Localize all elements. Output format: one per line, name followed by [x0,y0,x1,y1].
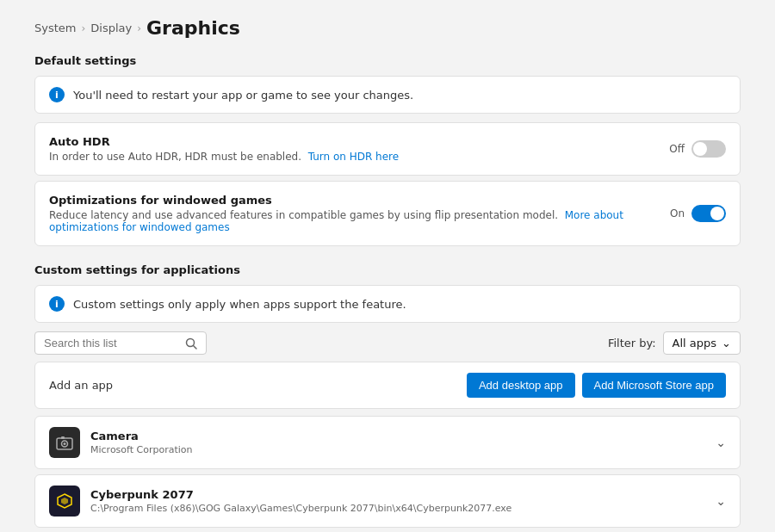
default-info-box: i You'll need to restart your app or gam… [34,76,741,114]
windowed-games-name: Optimizations for windowed games [49,194,670,207]
camera-app-publisher: Microsoft Corporation [90,444,193,455]
camera-app-info: Camera Microsoft Corporation [90,430,193,455]
cyberpunk-app-name: Cyberpunk 2077 [90,488,512,501]
app-left-cyberpunk: Cyberpunk 2077 C:\Program Files (x86)\GO… [49,486,512,517]
filter-row: Filter by: All apps ⌄ [608,331,741,355]
windowed-games-toggle[interactable] [691,205,726,222]
camera-expand-icon[interactable]: ⌄ [716,436,726,449]
page-title: Graphics [146,17,240,39]
hdr-link[interactable]: Turn on HDR here [308,151,399,163]
search-icon [185,337,197,350]
default-info-text: You'll need to restart your app or game … [73,89,413,102]
filter-select[interactable]: All apps ⌄ [663,331,741,355]
add-app-buttons: Add desktop app Add Microsoft Store app [467,373,726,398]
default-settings-title: Default settings [34,54,741,67]
auto-hdr-name: Auto HDR [49,135,399,148]
windowed-games-left: Optimizations for windowed games Reduce … [49,194,670,233]
auto-hdr-card: Auto HDR In order to use Auto HDR, HDR m… [34,122,741,176]
search-filter-row: Filter by: All apps ⌄ [34,331,741,355]
svg-line-1 [194,345,197,349]
search-input[interactable] [44,337,180,350]
custom-info-text: Custom settings only apply when apps sup… [73,298,406,311]
add-desktop-app-button[interactable]: Add desktop app [467,373,575,398]
add-app-label: Add an app [49,379,113,392]
add-app-row: Add an app Add desktop app Add Microsoft… [34,362,741,409]
info-icon: i [49,87,65,102]
cyberpunk-app-info: Cyberpunk 2077 C:\Program Files (x86)\GO… [90,488,512,514]
auto-hdr-toggle-wrap: Off [669,140,726,158]
breadcrumb-display[interactable]: Display [90,22,132,34]
app-row-cyberpunk: Cyberpunk 2077 C:\Program Files (x86)\GO… [34,474,741,528]
breadcrumb: System › Display › Graphics [34,17,741,39]
search-box[interactable] [34,331,207,355]
filter-label: Filter by: [608,337,656,350]
windowed-games-card: Optimizations for windowed games Reduce … [34,181,741,246]
auto-hdr-desc: In order to use Auto HDR, HDR must be en… [49,151,399,163]
filter-value: All apps [673,337,717,350]
svg-rect-4 [61,436,65,439]
breadcrumb-separator-2: › [137,22,141,34]
cyberpunk-app-icon [49,486,80,517]
custom-info-icon: i [49,296,65,312]
svg-marker-7 [61,498,68,504]
custom-settings-title: Custom settings for applications [34,263,741,276]
auto-hdr-toggle-label: Off [669,143,685,155]
default-settings-section: Default settings i You'll need to restar… [34,54,741,246]
filter-chevron-icon: ⌄ [722,337,731,350]
custom-info-box: i Custom settings only apply when apps s… [34,285,741,323]
auto-hdr-left: Auto HDR In order to use Auto HDR, HDR m… [49,135,399,163]
custom-settings-section: Custom settings for applications i Custo… [34,263,741,532]
breadcrumb-system[interactable]: System [34,22,76,34]
breadcrumb-separator-1: › [81,22,85,34]
app-left-camera: Camera Microsoft Corporation [49,427,193,458]
app-row-camera: Camera Microsoft Corporation ⌄ [34,416,741,469]
add-store-app-button[interactable]: Add Microsoft Store app [582,373,726,398]
svg-point-5 [64,442,66,445]
windowed-games-toggle-wrap: On [670,205,726,222]
windowed-games-desc: Reduce latency and use advanced features… [49,209,670,233]
camera-app-name: Camera [90,430,193,442]
auto-hdr-toggle[interactable] [691,140,726,158]
camera-app-icon [49,427,80,458]
windowed-games-toggle-label: On [670,207,685,220]
cyberpunk-app-path: C:\Program Files (x86)\GOG Galaxy\Games\… [90,503,512,514]
cyberpunk-expand-icon[interactable]: ⌄ [716,494,726,508]
